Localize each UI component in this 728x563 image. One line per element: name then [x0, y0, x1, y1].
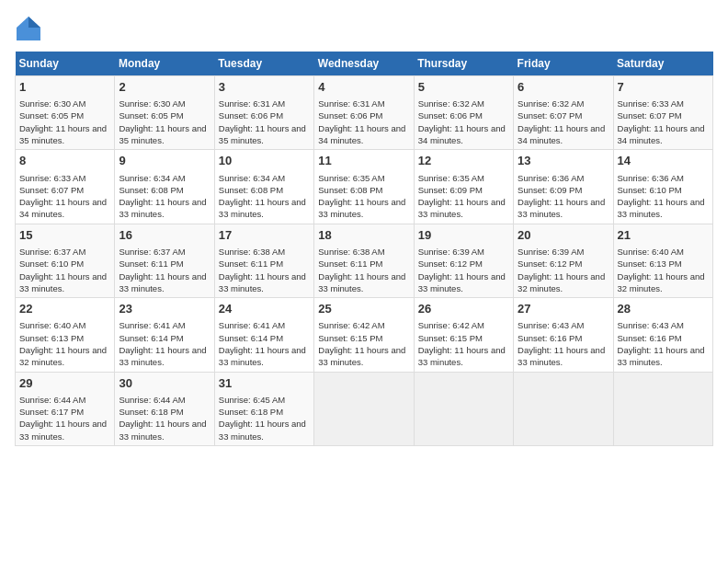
sunrise: Sunrise: 6:44 AM [119, 395, 185, 405]
sunset: Sunset: 6:07 PM [19, 185, 84, 195]
calendar-cell [514, 372, 613, 445]
daylight: Daylight: 11 hours and 33 minutes. [219, 419, 306, 441]
calendar-header-row: SundayMondayTuesdayWednesdayThursdayFrid… [16, 52, 713, 76]
sunrise: Sunrise: 6:45 AM [219, 395, 285, 405]
sunrise: Sunrise: 6:43 AM [618, 320, 684, 330]
daylight: Daylight: 11 hours and 33 minutes. [618, 197, 705, 219]
sunrise: Sunrise: 6:30 AM [19, 98, 85, 109]
sunrise: Sunrise: 6:30 AM [119, 98, 185, 109]
day-number: 1 [19, 79, 110, 96]
header-tuesday: Tuesday [214, 52, 313, 76]
day-number: 7 [618, 79, 709, 96]
calendar-cell: 13Sunrise: 6:36 AMSunset: 6:09 PMDayligh… [514, 150, 613, 224]
day-number: 23 [119, 301, 210, 317]
sunset: Sunset: 6:18 PM [119, 407, 183, 417]
sunset: Sunset: 6:09 PM [418, 185, 483, 195]
sunset: Sunset: 6:06 PM [219, 110, 283, 121]
daylight: Daylight: 11 hours and 33 minutes. [119, 271, 206, 293]
day-number: 14 [618, 153, 709, 169]
sunrise: Sunrise: 6:40 AM [618, 247, 684, 257]
week-row-3: 15Sunrise: 6:37 AMSunset: 6:10 PMDayligh… [16, 224, 713, 297]
calendar-cell: 3Sunrise: 6:31 AMSunset: 6:06 PMDaylight… [214, 76, 313, 150]
day-number: 21 [618, 227, 709, 244]
day-number: 25 [318, 301, 409, 317]
sunset: Sunset: 6:06 PM [318, 110, 382, 121]
day-number: 27 [518, 301, 609, 317]
daylight: Daylight: 11 hours and 35 minutes. [119, 123, 206, 145]
day-number: 28 [618, 301, 709, 317]
calendar-cell: 17Sunrise: 6:38 AMSunset: 6:11 PMDayligh… [214, 224, 313, 297]
daylight: Daylight: 11 hours and 34 minutes. [418, 123, 506, 145]
calendar-cell: 20Sunrise: 6:39 AMSunset: 6:12 PMDayligh… [514, 224, 613, 297]
calendar-cell: 2Sunrise: 6:30 AMSunset: 6:05 PMDaylight… [115, 76, 214, 150]
daylight: Daylight: 11 hours and 33 minutes. [119, 419, 206, 441]
calendar-cell: 15Sunrise: 6:37 AMSunset: 6:10 PMDayligh… [16, 224, 115, 297]
calendar-cell: 16Sunrise: 6:37 AMSunset: 6:11 PMDayligh… [115, 224, 214, 297]
sunset: Sunset: 6:16 PM [618, 333, 682, 343]
sunset: Sunset: 6:15 PM [418, 333, 483, 343]
logo [15, 15, 46, 42]
sunrise: Sunrise: 6:37 AM [119, 247, 185, 257]
sunrise: Sunrise: 6:44 AM [19, 395, 85, 405]
sunset: Sunset: 6:05 PM [19, 110, 84, 121]
calendar-cell: 29Sunrise: 6:44 AMSunset: 6:17 PMDayligh… [16, 372, 115, 445]
header-thursday: Thursday [414, 52, 513, 76]
day-number: 8 [19, 153, 110, 169]
sunrise: Sunrise: 6:39 AM [418, 247, 484, 257]
week-row-1: 1Sunrise: 6:30 AMSunset: 6:05 PMDaylight… [16, 76, 713, 150]
calendar-cell: 26Sunrise: 6:42 AMSunset: 6:15 PMDayligh… [414, 298, 513, 372]
sunrise: Sunrise: 6:35 AM [418, 173, 484, 183]
day-number: 24 [219, 301, 310, 317]
daylight: Daylight: 11 hours and 33 minutes. [119, 345, 206, 367]
sunset: Sunset: 6:13 PM [618, 259, 682, 269]
daylight: Daylight: 11 hours and 33 minutes. [19, 419, 107, 441]
calendar-cell: 31Sunrise: 6:45 AMSunset: 6:18 PMDayligh… [214, 372, 313, 445]
day-number: 18 [318, 227, 409, 244]
sunrise: Sunrise: 6:34 AM [119, 173, 185, 183]
daylight: Daylight: 11 hours and 33 minutes. [518, 197, 605, 219]
sunrise: Sunrise: 6:41 AM [119, 320, 185, 330]
header-sunday: Sunday [16, 52, 115, 76]
calendar-cell: 8Sunrise: 6:33 AMSunset: 6:07 PMDaylight… [16, 150, 115, 224]
calendar-cell: 18Sunrise: 6:38 AMSunset: 6:11 PMDayligh… [314, 224, 414, 297]
header-monday: Monday [115, 52, 214, 76]
sunrise: Sunrise: 6:42 AM [418, 320, 484, 330]
sunrise: Sunrise: 6:38 AM [318, 247, 384, 257]
sunset: Sunset: 6:10 PM [19, 259, 84, 269]
calendar-cell: 12Sunrise: 6:35 AMSunset: 6:09 PMDayligh… [414, 150, 513, 224]
sunset: Sunset: 6:07 PM [518, 110, 582, 121]
sunrise: Sunrise: 6:43 AM [518, 320, 584, 330]
sunrise: Sunrise: 6:37 AM [19, 247, 85, 257]
daylight: Daylight: 11 hours and 32 minutes. [19, 345, 107, 367]
calendar-cell: 24Sunrise: 6:41 AMSunset: 6:14 PMDayligh… [214, 298, 313, 372]
sunrise: Sunrise: 6:42 AM [318, 320, 384, 330]
calendar-cell: 21Sunrise: 6:40 AMSunset: 6:13 PMDayligh… [613, 224, 712, 297]
header-saturday: Saturday [613, 52, 712, 76]
daylight: Daylight: 11 hours and 33 minutes. [219, 345, 306, 367]
sunset: Sunset: 6:17 PM [19, 407, 84, 417]
sunrise: Sunrise: 6:33 AM [19, 173, 85, 183]
daylight: Daylight: 11 hours and 34 minutes. [618, 123, 705, 145]
daylight: Daylight: 11 hours and 33 minutes. [318, 345, 405, 367]
day-number: 9 [119, 153, 210, 169]
day-number: 4 [318, 79, 409, 96]
sunset: Sunset: 6:16 PM [518, 333, 582, 343]
day-number: 22 [19, 301, 110, 317]
sunrise: Sunrise: 6:39 AM [518, 247, 584, 257]
daylight: Daylight: 11 hours and 34 minutes. [518, 123, 605, 145]
svg-marker-1 [28, 17, 40, 28]
daylight: Daylight: 11 hours and 32 minutes. [618, 271, 705, 293]
day-number: 31 [219, 375, 310, 392]
calendar-cell: 11Sunrise: 6:35 AMSunset: 6:08 PMDayligh… [314, 150, 414, 224]
calendar-cell: 30Sunrise: 6:44 AMSunset: 6:18 PMDayligh… [115, 372, 214, 445]
daylight: Daylight: 11 hours and 33 minutes. [518, 345, 605, 367]
sunrise: Sunrise: 6:36 AM [518, 173, 584, 183]
calendar-cell [314, 372, 414, 445]
page-header [15, 15, 713, 42]
sunset: Sunset: 6:13 PM [19, 333, 84, 343]
daylight: Daylight: 11 hours and 33 minutes. [119, 197, 206, 219]
day-number: 6 [518, 79, 609, 96]
daylight: Daylight: 11 hours and 33 minutes. [19, 271, 107, 293]
day-number: 20 [518, 227, 609, 244]
daylight: Daylight: 11 hours and 35 minutes. [219, 123, 306, 145]
